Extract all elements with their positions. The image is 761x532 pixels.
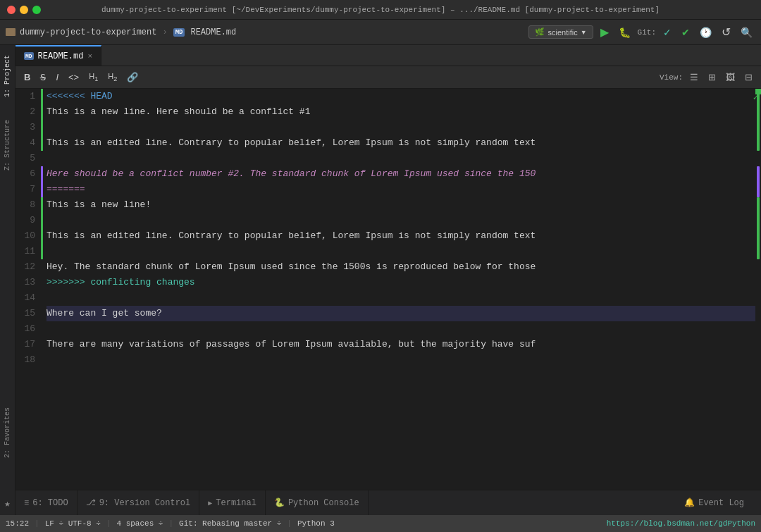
link-button[interactable]: 🔗	[124, 70, 141, 84]
view-split-button[interactable]: ⊞	[705, 70, 719, 84]
code-line-3	[47, 120, 755, 135]
left-indicator-green	[41, 89, 43, 151]
terminal-icon: ▶	[208, 499, 212, 507]
status-time: 15:22	[6, 519, 29, 528]
undo-button[interactable]: ↺	[719, 24, 734, 40]
status-python[interactable]: Python 3	[297, 519, 335, 528]
event-log-tab[interactable]: 🔔 Event Log	[676, 497, 753, 508]
toolbar-right: 🌿 scientific ▼ ▶ 🐛 Git: ✓ ✔ 🕐 ↺ 🔍	[528, 24, 755, 40]
traffic-lights	[7, 6, 41, 14]
view-list-button[interactable]: ☰	[687, 70, 701, 84]
git-tick-button[interactable]: ✔	[679, 25, 693, 39]
top-right-indicator: ✓	[753, 90, 758, 106]
view-image-button[interactable]: 🖼	[723, 70, 738, 84]
breadcrumb-file[interactable]: README.md	[190, 27, 236, 37]
terminal-label: Terminal	[216, 498, 256, 508]
maximize-button[interactable]	[32, 6, 41, 14]
vcs-icon: ⎇	[86, 497, 96, 508]
italic-button[interactable]: I	[53, 70, 61, 84]
main-container: 1: Project Z: Structure 2: Favorites ★ M…	[0, 45, 761, 515]
python-icon: 🐍	[274, 497, 285, 508]
close-button[interactable]	[7, 6, 16, 14]
run-button[interactable]: ▶	[598, 24, 612, 40]
code-line-6: Here should be a conflict number #2. The…	[47, 166, 755, 182]
list-icon: ≡	[24, 498, 29, 508]
tabbar: MD README.md ×	[16, 45, 761, 66]
search-button[interactable]: 🔍	[738, 25, 755, 39]
code-button[interactable]: <>	[66, 70, 82, 84]
status-url: https://blog.bsdman.net/gdPython	[607, 519, 755, 528]
chevron-down-icon: ▼	[581, 29, 587, 36]
h2-button[interactable]: H2	[105, 70, 120, 84]
titlebar: dummy-project-to-experiment [~/DevExperi…	[0, 0, 761, 20]
encoding-display: LF ÷ UTF-8 ÷	[45, 519, 101, 528]
git-check-button[interactable]: ✓	[660, 25, 674, 39]
url-display: https://blog.bsdman.net/gdPython	[607, 519, 755, 528]
debug-button[interactable]: 🐛	[616, 25, 633, 39]
status-bar: 15:22 | LF ÷ UTF-8 ÷ | 4 spaces ÷ | Git:…	[0, 515, 761, 532]
editor-panel: MD README.md × B S̶ I <> H1 H2 🔗 View: ☰…	[16, 45, 761, 515]
python-console-tab[interactable]: 🐍 Python Console	[266, 490, 369, 515]
bug-icon: 🐛	[619, 27, 631, 38]
git-label: Git:	[638, 28, 656, 37]
code-line-13: >>>>>>> conflicting changes	[47, 275, 755, 290]
todo-tab[interactable]: ≡ 6: TODO	[16, 490, 78, 515]
view-table-button[interactable]: ⊟	[742, 70, 755, 84]
status-encoding[interactable]: LF ÷ UTF-8 ÷	[45, 519, 101, 528]
editor-area[interactable]: 1 2 3 4 5 6 7 8 9 10 11 12 13 14 15 16 1…	[16, 89, 761, 490]
code-line-4: This is an edited line. Contrary to popu…	[47, 135, 755, 151]
breadcrumb: dummy-project-to-experiment › MD README.…	[6, 27, 236, 37]
left-sidebar: 1: Project Z: Structure 2: Favorites ★	[0, 45, 16, 515]
breadcrumb-separator: ›	[162, 27, 167, 37]
bold-button[interactable]: B	[21, 70, 33, 84]
h1-button[interactable]: H1	[86, 70, 101, 84]
sidebar-item-project[interactable]: 1: Project	[4, 51, 11, 101]
code-line-9	[47, 213, 755, 228]
breadcrumb-folder[interactable]: dummy-project-to-experiment	[20, 27, 156, 37]
line-numbers: 1 2 3 4 5 6 7 8 9 10 11 12 13 14 15 16 1…	[16, 89, 41, 368]
strikethrough-button[interactable]: S̶	[37, 70, 49, 84]
minimize-button[interactable]	[20, 6, 28, 14]
terminal-tab[interactable]: ▶ Terminal	[199, 490, 266, 515]
version-control-tab[interactable]: ⎇ 9: Version Control	[78, 490, 200, 515]
tab-label: README.md	[38, 51, 84, 61]
code-line-15: Where can I get some?	[47, 306, 755, 321]
view-label: View:	[660, 73, 683, 82]
code-line-16	[47, 321, 755, 337]
log-icon: 🔔	[684, 497, 695, 508]
search-icon: 🔍	[741, 27, 753, 38]
todo-label: 6: TODO	[32, 498, 68, 508]
sidebar-item-favorites[interactable]: 2: Favorites	[4, 403, 11, 462]
scientific-dropdown[interactable]: 🌿 scientific ▼	[528, 25, 593, 39]
tab-close-icon[interactable]: ×	[87, 52, 92, 61]
indent-display: 4 spaces ÷	[116, 519, 163, 528]
history-button[interactable]: 🕐	[697, 25, 714, 39]
view-controls: View: ☰ ⊞ 🖼 ⊟	[660, 70, 755, 84]
run-icon: ▶	[600, 25, 609, 39]
code-line-17: There are many variations of passages of…	[47, 337, 755, 352]
python-console-label: Python Console	[288, 498, 359, 508]
status-git[interactable]: Git: Rebasing master ÷	[179, 519, 281, 528]
code-line-18	[47, 352, 755, 368]
folder-icon	[6, 28, 16, 36]
sidebar-item-structure[interactable]: Z: Structure	[4, 116, 11, 175]
code-line-12: Hey. The standard chunk of Lorem Ipsum u…	[47, 259, 755, 275]
scroll-gutter	[755, 89, 761, 490]
event-log-label: Event Log	[698, 498, 744, 508]
editor-content: <<<<<<< HEAD This is a new line. Here sh…	[41, 89, 761, 368]
bottom-panel: ≡ 6: TODO ⎇ 9: Version Control ▶ Termina…	[16, 490, 761, 515]
conflict-indicator-mid	[757, 166, 760, 197]
md-icon: MD	[173, 28, 185, 37]
event-log-area: 🔔 Event Log	[667, 490, 761, 515]
window-title: dummy-project-to-experiment [~/DevExperi…	[101, 6, 660, 14]
scientific-label: scientific	[547, 28, 577, 37]
tab-readme[interactable]: MD README.md ×	[16, 45, 101, 66]
status-indent[interactable]: 4 spaces ÷	[116, 519, 163, 528]
conflict-indicator-bottom	[757, 197, 760, 259]
toolbar: dummy-project-to-experiment › MD README.…	[0, 20, 761, 45]
code-line-14	[47, 290, 755, 306]
format-bar: B S̶ I <> H1 H2 🔗 View: ☰ ⊞ 🖼 ⊟	[16, 66, 761, 89]
code-line-10: This is an edited line. Contrary to popu…	[47, 228, 755, 244]
python-version: Python 3	[297, 519, 335, 528]
git-status: Git: Rebasing master ÷	[179, 519, 281, 528]
